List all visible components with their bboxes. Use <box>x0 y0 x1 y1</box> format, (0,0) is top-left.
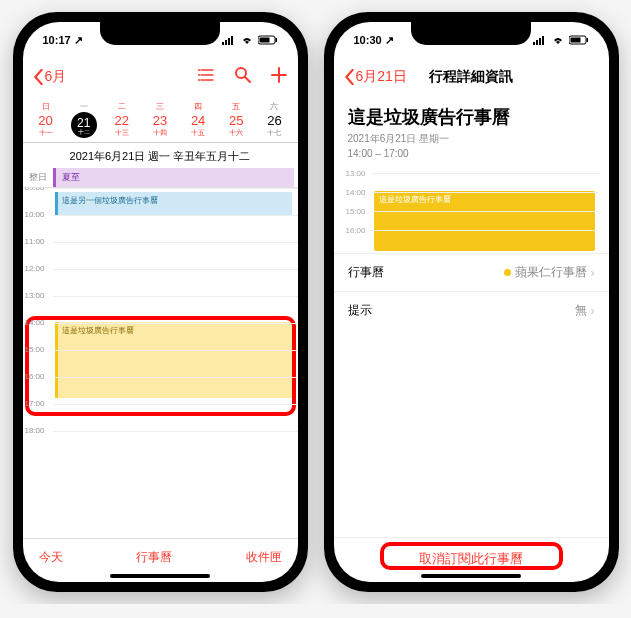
svg-point-9 <box>198 79 200 81</box>
search-icon[interactable] <box>234 66 252 88</box>
bottom-toolbar: 今天 行事曆 收件匣 <box>23 538 298 572</box>
back-button[interactable]: 6月 <box>33 68 67 86</box>
hour-row: 16:00 <box>53 377 298 404</box>
phone-left: 10:17 ↗ 6月 日20十一一21十二二22十三三23十四四24十五五25十… <box>13 12 308 592</box>
svg-point-8 <box>198 74 200 76</box>
calendars-button[interactable]: 行事曆 <box>136 549 172 566</box>
cellular-icon <box>533 35 547 45</box>
event-subtitle: 2021年6月21日 星期一14:00 – 17:00 <box>334 129 609 169</box>
allday-event[interactable]: 夏至 <box>53 168 294 187</box>
home-indicator[interactable] <box>110 574 210 578</box>
chevron-left-icon <box>33 69 44 85</box>
inbox-button[interactable]: 收件匣 <box>246 549 282 566</box>
svg-rect-17 <box>586 38 588 42</box>
svg-rect-5 <box>259 38 269 43</box>
screen-calendar-day: 10:17 ↗ 6月 日20十一一21十二二22十三三23十四四24十五五25十… <box>23 22 298 582</box>
mini-hour-row: 14:00 <box>372 192 599 211</box>
status-indicators <box>222 35 278 45</box>
date-line: 2021年6月21日 週一 辛丑年五月十二 <box>23 143 298 168</box>
allday-row: 整日 夏至 <box>23 168 298 188</box>
day-column[interactable]: 三23十四 <box>141 99 179 142</box>
allday-label: 整日 <box>23 168 53 187</box>
list-view-icon[interactable] <box>198 66 216 88</box>
add-event-icon[interactable] <box>270 66 288 88</box>
hour-row: 12:00 <box>53 269 298 296</box>
week-header: 日20十一一21十二二22十三三23十四四24十五五25十六六26十七 <box>23 99 298 143</box>
svg-rect-0 <box>222 42 224 45</box>
back-label: 6月21日 <box>356 68 407 86</box>
unsubscribe-button[interactable]: 取消訂閱此行事曆 <box>334 537 609 572</box>
back-button[interactable]: 6月21日 <box>344 68 407 86</box>
phone-right: 10:30 ↗ 6月21日 行程詳細資訊 這是垃圾廣告行事曆 2021年6月21… <box>324 12 619 592</box>
svg-rect-6 <box>275 38 277 42</box>
svg-rect-2 <box>228 38 230 45</box>
day-column[interactable]: 二22十三 <box>103 99 141 142</box>
battery-icon <box>258 35 278 45</box>
hour-row: 18:00 <box>53 431 298 458</box>
hour-row: 10:00 <box>53 215 298 242</box>
screen-event-detail: 10:30 ↗ 6月21日 行程詳細資訊 這是垃圾廣告行事曆 2021年6月21… <box>334 22 609 582</box>
row-value: 無 › <box>575 302 595 319</box>
hour-row: 15:00 <box>53 350 298 377</box>
home-indicator[interactable] <box>421 574 521 578</box>
svg-rect-14 <box>542 36 544 45</box>
day-column[interactable]: 日20十一 <box>27 99 65 142</box>
day-column[interactable]: 四24十五 <box>179 99 217 142</box>
row-label: 提示 <box>348 302 372 319</box>
row-value: 蘋果仁行事曆 › <box>504 264 595 281</box>
mini-hour-row: 15:00 <box>372 211 599 230</box>
nav-bar: 6月 <box>23 55 298 99</box>
svg-rect-16 <box>570 38 580 43</box>
svg-point-7 <box>198 69 200 71</box>
status-indicators <box>533 35 589 45</box>
mini-hour-row: 13:00 <box>372 173 599 192</box>
hour-row: 13:00 <box>53 296 298 323</box>
timeline[interactable]: 這是另一個垃圾廣告行事曆 這是垃圾廣告行事曆 09:0010:0011:0012… <box>23 188 298 538</box>
hour-row: 17:00 <box>53 404 298 431</box>
event-title: 這是垃圾廣告行事曆 <box>334 99 609 129</box>
battery-icon <box>569 35 589 45</box>
row-alert[interactable]: 提示 無 › <box>334 291 609 329</box>
today-button[interactable]: 今天 <box>39 549 63 566</box>
wifi-icon <box>551 35 565 45</box>
chevron-left-icon <box>344 69 355 85</box>
mini-timeline[interactable]: 這是垃圾廣告行事曆 13:0014:0015:0016:00 <box>344 173 599 249</box>
chevron-right-icon: › <box>591 266 595 280</box>
mini-hour-row: 16:00 <box>372 230 599 249</box>
svg-rect-13 <box>539 38 541 45</box>
status-time: 10:30 ↗ <box>354 34 394 47</box>
wifi-icon <box>240 35 254 45</box>
svg-rect-12 <box>536 40 538 45</box>
cellular-icon <box>222 35 236 45</box>
day-column[interactable]: 五25十六 <box>217 99 255 142</box>
day-column[interactable]: 六26十七 <box>255 99 293 142</box>
row-calendar[interactable]: 行事曆 蘋果仁行事曆 › <box>334 253 609 291</box>
notch <box>411 21 531 45</box>
nav-bar: 6月21日 行程詳細資訊 <box>334 55 609 99</box>
status-time: 10:17 ↗ <box>43 34 83 47</box>
chevron-right-icon: › <box>591 304 595 318</box>
svg-rect-1 <box>225 40 227 45</box>
hour-row: 14:00 <box>53 323 298 350</box>
back-label: 6月 <box>45 68 67 86</box>
day-column[interactable]: 一21十二 <box>65 99 103 142</box>
hour-row: 09:00 <box>53 188 298 215</box>
nav-title: 行程詳細資訊 <box>429 68 513 86</box>
notch <box>100 21 220 45</box>
row-label: 行事曆 <box>348 264 384 281</box>
svg-rect-11 <box>533 42 535 45</box>
svg-rect-3 <box>231 36 233 45</box>
calendar-color-dot <box>504 269 511 276</box>
hour-row: 11:00 <box>53 242 298 269</box>
